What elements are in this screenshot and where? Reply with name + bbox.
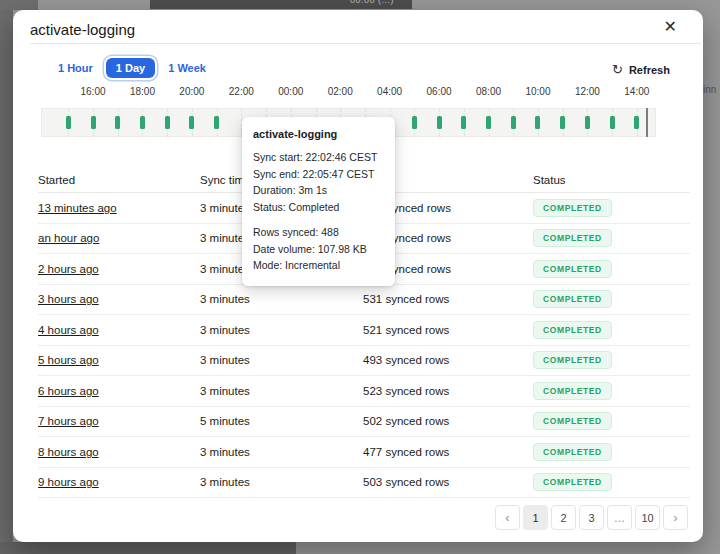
status-cell: COMPLETED <box>533 443 612 461</box>
sync-tick[interactable] <box>634 116 639 129</box>
tooltip-line: Sync start: 22:02:46 CEST <box>253 149 385 166</box>
close-icon[interactable]: ✕ <box>664 19 677 35</box>
sync-started-link[interactable]: 4 hours ago <box>38 324 99 336</box>
refresh-button[interactable]: ↻ Refresh <box>612 62 670 77</box>
status-badge: COMPLETED <box>533 443 612 461</box>
sync-tooltip: activate-logging Sync start: 22:02:46 CE… <box>242 117 395 286</box>
sync-tick[interactable] <box>560 116 565 129</box>
status-badge: COMPLETED <box>533 260 612 278</box>
sync-tick[interactable] <box>412 116 417 129</box>
axis-tick-label: 08:00 <box>473 86 505 97</box>
background-text-fragment: inn <box>703 84 716 95</box>
range-1-day[interactable]: 1 Day <box>106 58 155 78</box>
table-row: 9 hours ago3 minutes503 synced rowsCOMPL… <box>38 468 690 499</box>
page-ellipsis: ... <box>607 505 632 530</box>
background-tooltip-text: 00:00 (...) <box>350 0 394 5</box>
refresh-label: Refresh <box>629 64 670 76</box>
sync-started-link[interactable]: an hour ago <box>38 232 99 244</box>
sync-tick[interactable] <box>115 116 120 129</box>
header-divider <box>30 43 701 44</box>
axis-tick-label: 04:00 <box>374 86 406 97</box>
sync-tick[interactable] <box>437 116 442 129</box>
sync-tick[interactable] <box>610 116 615 129</box>
refresh-icon: ↻ <box>612 62 623 77</box>
sync-tick[interactable] <box>91 116 96 129</box>
sync-tick[interactable] <box>461 116 466 129</box>
sync-time-cell: 3 minutes <box>200 476 250 488</box>
sync-tick[interactable] <box>140 116 145 129</box>
sync-started-link[interactable]: 2 hours ago <box>38 263 99 275</box>
synced-rows-cell: 503 synced rows <box>363 476 449 488</box>
sync-time-cell: 3 minutes <box>200 385 250 397</box>
range-1-hour[interactable]: 1 Hour <box>52 58 99 78</box>
sync-time-cell: 3 minutes <box>200 354 250 366</box>
status-badge: COMPLETED <box>533 473 612 491</box>
axis-tick-label: 10:00 <box>522 86 554 97</box>
status-cell: COMPLETED <box>533 382 612 400</box>
axis-tick-label: 14:00 <box>621 86 653 97</box>
axis-tick-label: 18:00 <box>126 86 158 97</box>
sync-tick[interactable] <box>189 116 194 129</box>
background-overlay-corner <box>0 0 38 10</box>
tooltip-title: activate-logging <box>253 128 385 140</box>
page-3[interactable]: 3 <box>579 505 604 530</box>
synced-rows-cell: 477 synced rows <box>363 446 449 458</box>
status-badge: COMPLETED <box>533 412 612 430</box>
status-badge: COMPLETED <box>533 351 612 369</box>
column-header-status: Status <box>533 174 566 186</box>
background-overlay-left <box>0 0 13 554</box>
sync-time-cell: 3 minutes <box>200 293 250 305</box>
sync-started-link[interactable]: 6 hours ago <box>38 385 99 397</box>
tooltip-group-1: Sync start: 22:02:46 CESTSync end: 22:05… <box>253 149 385 215</box>
sync-started-link[interactable]: 7 hours ago <box>38 415 99 427</box>
sync-started-link[interactable]: 3 hours ago <box>38 293 99 305</box>
axis-tick-label: 22:00 <box>225 86 257 97</box>
axis-tick-label: 12:00 <box>571 86 603 97</box>
status-cell: COMPLETED <box>533 351 612 369</box>
sync-tick[interactable] <box>214 116 219 129</box>
synced-rows-cell: 502 synced rows <box>363 415 449 427</box>
tooltip-line: Sync end: 22:05:47 CEST <box>253 166 385 183</box>
column-header-started: Started <box>38 174 75 186</box>
page-prev-icon[interactable]: ‹ <box>495 505 520 530</box>
status-badge: COMPLETED <box>533 382 612 400</box>
screen: 00:00 (...) inn activate-logging ✕ 1 Hou… <box>0 0 720 554</box>
page-10[interactable]: 10 <box>635 505 660 530</box>
sync-started-link[interactable]: 5 hours ago <box>38 354 99 366</box>
synced-rows-cell: 531 synced rows <box>363 293 449 305</box>
sync-tick[interactable] <box>486 116 491 129</box>
sync-tick[interactable] <box>165 116 170 129</box>
sync-tick[interactable] <box>66 116 71 129</box>
sync-started-link[interactable]: 8 hours ago <box>38 446 99 458</box>
status-cell: COMPLETED <box>533 290 612 308</box>
axis-tick-label: 20:00 <box>176 86 208 97</box>
range-toggle: 1 Hour1 Day1 Week <box>52 58 212 78</box>
table-row: 3 hours ago3 minutes531 synced rowsCOMPL… <box>38 285 690 316</box>
tooltip-line: Duration: 3m 1s <box>253 182 385 199</box>
tooltip-line: Rows synced: 488 <box>253 224 385 241</box>
range-1-week[interactable]: 1 Week <box>162 58 212 78</box>
background-overlay-bottom <box>0 542 296 554</box>
sync-tick[interactable] <box>511 116 516 129</box>
sync-started-link[interactable]: 9 hours ago <box>38 476 99 488</box>
tooltip-line: Date volume: 107.98 KB <box>253 241 385 258</box>
status-badge: COMPLETED <box>533 229 612 247</box>
page-2[interactable]: 2 <box>551 505 576 530</box>
status-cell: COMPLETED <box>533 412 612 430</box>
sync-tick[interactable] <box>535 116 540 129</box>
sync-tick[interactable] <box>585 116 590 129</box>
sync-started-link[interactable]: 13 minutes ago <box>38 202 117 214</box>
axis-tick-label: 00:00 <box>275 86 307 97</box>
timeline-cursor <box>646 108 648 137</box>
axis-tick-label: 06:00 <box>423 86 455 97</box>
sync-time-cell: 5 minutes <box>200 415 250 427</box>
synced-rows-cell: 521 synced rows <box>363 324 449 336</box>
axis-tick-label: 02:00 <box>324 86 356 97</box>
page-next-icon[interactable]: › <box>663 505 688 530</box>
modal-title: activate-logging <box>30 21 135 38</box>
status-badge: COMPLETED <box>533 321 612 339</box>
table-row: 6 hours ago3 minutes523 synced rowsCOMPL… <box>38 376 690 407</box>
table-row: 8 hours ago3 minutes477 synced rowsCOMPL… <box>38 437 690 468</box>
page-1[interactable]: 1 <box>523 505 548 530</box>
status-badge: COMPLETED <box>533 290 612 308</box>
